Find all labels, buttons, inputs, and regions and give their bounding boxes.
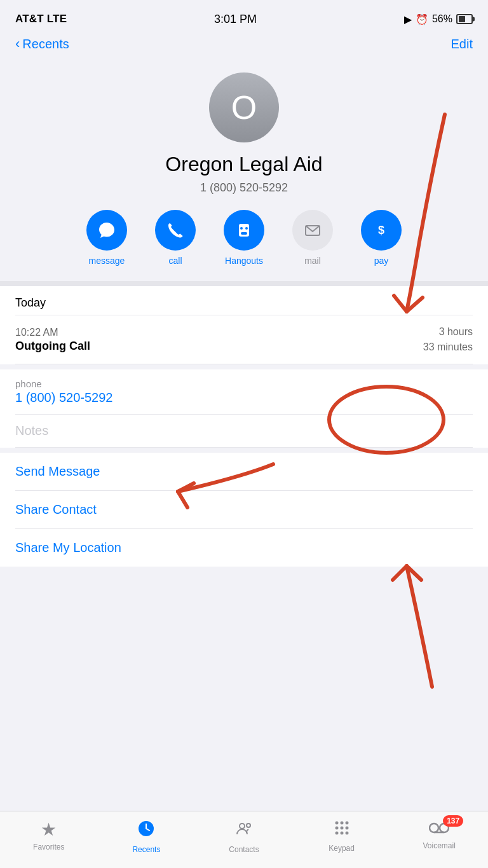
mail-action-button[interactable]: mail [287,210,338,266]
svg-point-17 [340,832,343,835]
tab-contacts[interactable]: Contacts [195,819,293,854]
phone-detail-row: phone 1 (800) 520-5292 [15,369,473,415]
tab-favorites[interactable]: ★ Favorites [0,819,98,851]
carrier-label: AT&T LTE [15,13,67,25]
svg-point-3 [245,227,248,230]
call-action-label: call [168,256,182,266]
voicemail-badge: 137 [443,815,463,827]
svg-point-8 [240,823,245,829]
mail-action-label: mail [304,256,321,266]
tab-keypad[interactable]: Keypad [293,819,391,853]
favorites-icon: ★ [41,819,57,840]
hangouts-action-label: Hangouts [225,256,263,266]
keypad-icon [333,819,351,841]
contact-phone-header: 1 (800) 520-5292 [200,181,288,195]
svg-text:$: $ [378,224,384,237]
share-location-label: Share My Location [15,541,121,555]
send-message-label: Send Message [15,464,100,478]
contact-name: Oregon Legal Aid [165,153,322,176]
svg-point-15 [345,827,348,830]
contact-details-section: phone 1 (800) 520-5292 Notes [0,369,488,448]
action-links-section: Send Message Share Contact Share My Loca… [0,453,488,567]
edit-button[interactable]: Edit [451,37,473,52]
nav-bar: ‹ Recents Edit [0,33,488,60]
status-bar: AT&T LTE 3:01 PM ▶ ⏰ 56% [0,0,488,33]
voicemail-badge-container: 137 [429,819,449,839]
phone-detail-label: phone [15,378,473,389]
avatar: O [209,72,279,142]
pay-action-label: pay [374,256,389,266]
avatar-letter: O [231,88,257,127]
alarm-icon: ⏰ [416,13,428,25]
tab-recents[interactable]: Recents [98,819,196,854]
call-icon-circle [155,210,196,251]
call-duration-line2: 33 minutes [423,341,473,352]
pay-icon-circle: $ [361,210,402,251]
recents-icon [137,819,156,843]
back-button[interactable]: ‹ Recents [15,36,69,52]
message-action-button[interactable]: message [81,210,132,266]
section-divider-1 [0,281,488,286]
call-time: 10:22 AM [15,327,90,338]
action-buttons: message call [15,210,473,266]
contacts-icon [234,819,254,843]
svg-point-13 [335,827,338,830]
favorites-label: Favorites [33,843,64,851]
svg-point-16 [335,832,338,835]
call-info: 10:22 AM Outgoing Call [15,327,90,353]
share-contact-link[interactable]: Share Contact [15,491,473,529]
voicemail-label: Voicemail [423,841,455,850]
notes-detail-row[interactable]: Notes [15,415,473,448]
hangouts-icon-circle [224,210,264,251]
contacts-label: Contacts [229,845,259,854]
svg-point-14 [340,827,343,830]
tab-voicemail[interactable]: 137 Voicemail [390,819,488,850]
chevron-left-icon: ‹ [15,36,20,52]
share-contact-label: Share Contact [15,502,97,516]
call-action-button[interactable]: call [150,210,201,266]
send-message-link[interactable]: Send Message [15,453,473,491]
status-right: ▶ ⏰ 56% [404,13,473,25]
time-label: 3:01 PM [214,13,257,26]
back-label: Recents [22,37,69,52]
call-duration-line1: 3 hours [439,326,473,337]
share-location-link[interactable]: Share My Location [15,529,473,567]
phone-detail-value[interactable]: 1 (800) 520-5292 [15,390,473,405]
svg-point-9 [247,823,250,827]
message-icon-circle [86,210,127,251]
svg-point-11 [340,822,343,825]
svg-point-12 [345,822,348,825]
svg-point-2 [240,227,243,230]
pay-action-button[interactable]: $ pay [356,210,407,266]
svg-point-10 [335,822,338,825]
call-type: Outgoing Call [15,340,90,353]
call-section-title: Today [15,286,473,315]
svg-rect-1 [241,232,247,235]
battery-percent: 56% [432,13,452,25]
call-history-section: Today 10:22 AM Outgoing Call 3 hours 33 … [0,286,488,364]
mail-icon-circle [292,210,333,251]
location-icon: ▶ [404,13,412,25]
contact-header: O Oregon Legal Aid 1 (800) 520-5292 mess… [0,60,488,281]
call-row: 10:22 AM Outgoing Call 3 hours 33 minute… [15,315,473,364]
call-duration: 3 hours 33 minutes [423,324,473,355]
hangouts-action-button[interactable]: Hangouts [219,210,269,266]
svg-point-18 [345,832,348,835]
recents-label: Recents [132,845,160,854]
notes-placeholder: Notes [15,424,473,438]
keypad-label: Keypad [329,844,355,853]
tab-bar: ★ Favorites Recents Contacts [0,811,488,868]
message-action-label: message [89,256,125,266]
battery-icon [456,14,473,24]
svg-point-19 [430,823,438,832]
